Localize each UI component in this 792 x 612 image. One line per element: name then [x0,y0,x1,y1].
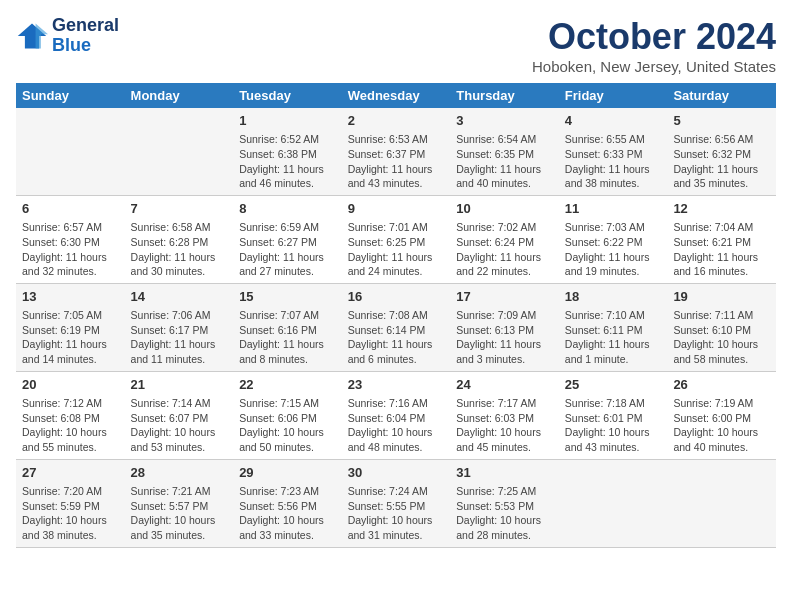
day-number: 25 [565,376,662,394]
calendar-cell: 30Sunrise: 7:24 AM Sunset: 5:55 PM Dayli… [342,459,451,547]
calendar-cell: 24Sunrise: 7:17 AM Sunset: 6:03 PM Dayli… [450,371,559,459]
cell-info: Sunrise: 6:55 AM Sunset: 6:33 PM Dayligh… [565,132,662,191]
day-header-monday: Monday [125,83,234,108]
day-number: 27 [22,464,119,482]
calendar-cell [125,108,234,195]
calendar-cell: 4Sunrise: 6:55 AM Sunset: 6:33 PM Daylig… [559,108,668,195]
calendar-cell: 23Sunrise: 7:16 AM Sunset: 6:04 PM Dayli… [342,371,451,459]
cell-info: Sunrise: 7:16 AM Sunset: 6:04 PM Dayligh… [348,396,445,455]
day-headers-row: SundayMondayTuesdayWednesdayThursdayFrid… [16,83,776,108]
cell-info: Sunrise: 6:58 AM Sunset: 6:28 PM Dayligh… [131,220,228,279]
cell-info: Sunrise: 7:15 AM Sunset: 6:06 PM Dayligh… [239,396,336,455]
day-number: 1 [239,112,336,130]
cell-info: Sunrise: 7:20 AM Sunset: 5:59 PM Dayligh… [22,484,119,543]
cell-info: Sunrise: 6:59 AM Sunset: 6:27 PM Dayligh… [239,220,336,279]
calendar-cell: 5Sunrise: 6:56 AM Sunset: 6:32 PM Daylig… [667,108,776,195]
cell-info: Sunrise: 7:01 AM Sunset: 6:25 PM Dayligh… [348,220,445,279]
cell-info: Sunrise: 6:53 AM Sunset: 6:37 PM Dayligh… [348,132,445,191]
day-header-saturday: Saturday [667,83,776,108]
calendar-cell: 15Sunrise: 7:07 AM Sunset: 6:16 PM Dayli… [233,283,342,371]
cell-info: Sunrise: 6:57 AM Sunset: 6:30 PM Dayligh… [22,220,119,279]
calendar-cell: 18Sunrise: 7:10 AM Sunset: 6:11 PM Dayli… [559,283,668,371]
calendar-cell: 7Sunrise: 6:58 AM Sunset: 6:28 PM Daylig… [125,195,234,283]
week-row-2: 6Sunrise: 6:57 AM Sunset: 6:30 PM Daylig… [16,195,776,283]
calendar-cell: 22Sunrise: 7:15 AM Sunset: 6:06 PM Dayli… [233,371,342,459]
cell-info: Sunrise: 7:05 AM Sunset: 6:19 PM Dayligh… [22,308,119,367]
calendar-cell: 6Sunrise: 6:57 AM Sunset: 6:30 PM Daylig… [16,195,125,283]
calendar-cell: 26Sunrise: 7:19 AM Sunset: 6:00 PM Dayli… [667,371,776,459]
calendar-cell [559,459,668,547]
cell-info: Sunrise: 7:17 AM Sunset: 6:03 PM Dayligh… [456,396,553,455]
day-number: 24 [456,376,553,394]
calendar-cell [667,459,776,547]
day-number: 20 [22,376,119,394]
location: Hoboken, New Jersey, United States [532,58,776,75]
calendar-cell: 1Sunrise: 6:52 AM Sunset: 6:38 PM Daylig… [233,108,342,195]
day-number: 10 [456,200,553,218]
calendar-cell: 12Sunrise: 7:04 AM Sunset: 6:21 PM Dayli… [667,195,776,283]
cell-info: Sunrise: 7:21 AM Sunset: 5:57 PM Dayligh… [131,484,228,543]
calendar-cell: 11Sunrise: 7:03 AM Sunset: 6:22 PM Dayli… [559,195,668,283]
calendar-cell: 8Sunrise: 6:59 AM Sunset: 6:27 PM Daylig… [233,195,342,283]
day-number: 17 [456,288,553,306]
calendar-cell: 10Sunrise: 7:02 AM Sunset: 6:24 PM Dayli… [450,195,559,283]
cell-info: Sunrise: 7:03 AM Sunset: 6:22 PM Dayligh… [565,220,662,279]
cell-info: Sunrise: 7:23 AM Sunset: 5:56 PM Dayligh… [239,484,336,543]
day-number: 15 [239,288,336,306]
page-header: General Blue October 2024 Hoboken, New J… [16,16,776,75]
calendar-cell: 25Sunrise: 7:18 AM Sunset: 6:01 PM Dayli… [559,371,668,459]
day-header-tuesday: Tuesday [233,83,342,108]
calendar-cell: 28Sunrise: 7:21 AM Sunset: 5:57 PM Dayli… [125,459,234,547]
week-row-4: 20Sunrise: 7:12 AM Sunset: 6:08 PM Dayli… [16,371,776,459]
day-number: 29 [239,464,336,482]
cell-info: Sunrise: 7:07 AM Sunset: 6:16 PM Dayligh… [239,308,336,367]
cell-info: Sunrise: 6:52 AM Sunset: 6:38 PM Dayligh… [239,132,336,191]
day-number: 5 [673,112,770,130]
day-number: 16 [348,288,445,306]
cell-info: Sunrise: 7:11 AM Sunset: 6:10 PM Dayligh… [673,308,770,367]
logo-text: General Blue [52,16,119,56]
day-number: 13 [22,288,119,306]
calendar-cell: 9Sunrise: 7:01 AM Sunset: 6:25 PM Daylig… [342,195,451,283]
cell-info: Sunrise: 7:12 AM Sunset: 6:08 PM Dayligh… [22,396,119,455]
cell-info: Sunrise: 7:24 AM Sunset: 5:55 PM Dayligh… [348,484,445,543]
cell-info: Sunrise: 7:06 AM Sunset: 6:17 PM Dayligh… [131,308,228,367]
day-header-thursday: Thursday [450,83,559,108]
day-number: 2 [348,112,445,130]
title-block: October 2024 Hoboken, New Jersey, United… [532,16,776,75]
day-number: 14 [131,288,228,306]
week-row-1: 1Sunrise: 6:52 AM Sunset: 6:38 PM Daylig… [16,108,776,195]
day-number: 7 [131,200,228,218]
calendar-cell: 16Sunrise: 7:08 AM Sunset: 6:14 PM Dayli… [342,283,451,371]
calendar-table: SundayMondayTuesdayWednesdayThursdayFrid… [16,83,776,548]
month-title: October 2024 [532,16,776,58]
cell-info: Sunrise: 6:56 AM Sunset: 6:32 PM Dayligh… [673,132,770,191]
cell-info: Sunrise: 7:19 AM Sunset: 6:00 PM Dayligh… [673,396,770,455]
day-number: 21 [131,376,228,394]
day-header-sunday: Sunday [16,83,125,108]
cell-info: Sunrise: 6:54 AM Sunset: 6:35 PM Dayligh… [456,132,553,191]
day-number: 12 [673,200,770,218]
day-header-friday: Friday [559,83,668,108]
day-number: 26 [673,376,770,394]
week-row-5: 27Sunrise: 7:20 AM Sunset: 5:59 PM Dayli… [16,459,776,547]
calendar-cell: 27Sunrise: 7:20 AM Sunset: 5:59 PM Dayli… [16,459,125,547]
day-number: 18 [565,288,662,306]
day-number: 8 [239,200,336,218]
calendar-cell: 19Sunrise: 7:11 AM Sunset: 6:10 PM Dayli… [667,283,776,371]
calendar-cell: 14Sunrise: 7:06 AM Sunset: 6:17 PM Dayli… [125,283,234,371]
calendar-cell: 29Sunrise: 7:23 AM Sunset: 5:56 PM Dayli… [233,459,342,547]
day-number: 9 [348,200,445,218]
cell-info: Sunrise: 7:04 AM Sunset: 6:21 PM Dayligh… [673,220,770,279]
cell-info: Sunrise: 7:09 AM Sunset: 6:13 PM Dayligh… [456,308,553,367]
calendar-cell: 2Sunrise: 6:53 AM Sunset: 6:37 PM Daylig… [342,108,451,195]
day-number: 30 [348,464,445,482]
week-row-3: 13Sunrise: 7:05 AM Sunset: 6:19 PM Dayli… [16,283,776,371]
logo: General Blue [16,16,119,56]
cell-info: Sunrise: 7:08 AM Sunset: 6:14 PM Dayligh… [348,308,445,367]
logo-icon [16,20,48,52]
cell-info: Sunrise: 7:14 AM Sunset: 6:07 PM Dayligh… [131,396,228,455]
logo-line2: Blue [52,36,119,56]
day-number: 3 [456,112,553,130]
cell-info: Sunrise: 7:18 AM Sunset: 6:01 PM Dayligh… [565,396,662,455]
